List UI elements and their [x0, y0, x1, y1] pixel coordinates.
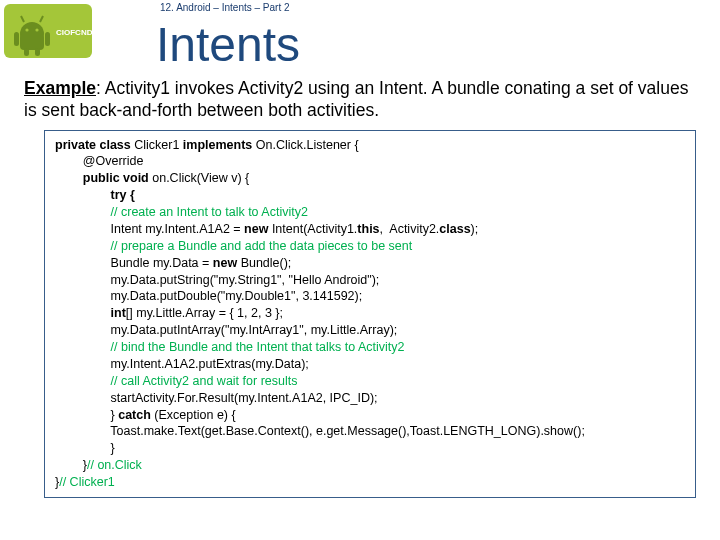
code-line: startActivity.For.Result(my.Intent.A1A2,…: [55, 390, 685, 407]
t: }: [55, 458, 87, 472]
t: );: [471, 222, 479, 236]
comment: // call Activity2 and wait for results: [55, 374, 297, 388]
example-label: Example: [24, 78, 96, 98]
title-area: 12. Android – Intents – Part 2 Intents: [96, 0, 720, 72]
code-line: @Override: [55, 153, 685, 170]
svg-point-9: [25, 28, 28, 31]
kw: new: [213, 256, 241, 270]
svg-rect-3: [14, 32, 19, 46]
svg-rect-2: [20, 34, 44, 50]
t: Clicker1: [134, 138, 183, 152]
android-logo: CIOFCND: [0, 0, 96, 62]
t: Toast.: [55, 424, 144, 438]
kw: int: [55, 306, 126, 320]
lesson-caption: 12. Android – Intents – Part 2: [156, 0, 720, 13]
code-line: }: [55, 440, 685, 457]
example-text: : Activity1 invokes Activity2 using an I…: [24, 78, 688, 120]
t: [] my.Little.Array = { 1, 2, 3 };: [126, 306, 283, 320]
t: LENGTH_LONG: [443, 424, 536, 438]
kw: catch: [118, 408, 154, 422]
t: , Activity2.: [380, 222, 440, 236]
kw: private class: [55, 138, 134, 152]
kw: public void: [55, 171, 152, 185]
kw: new: [244, 222, 272, 236]
code-line: my.Intent.A1A2.putExtras(my.Data);: [55, 356, 685, 373]
kw: implements: [183, 138, 256, 152]
kw: this: [357, 222, 379, 236]
comment: // prepare a Bundle and add the data pie…: [55, 239, 412, 253]
example-description: Example: Activity1 invokes Activity2 usi…: [0, 72, 720, 126]
comment: // bind the Bundle and the Intent that t…: [55, 340, 405, 354]
code-line: my.Data.putIntArray("my.IntArray1", my.L…: [55, 322, 685, 339]
comment: // create an Intent to talk to Activity2: [55, 205, 308, 219]
comment: // Clicker1: [59, 475, 115, 489]
page-title: Intents: [156, 19, 720, 72]
t: make.Text: [144, 424, 201, 438]
t: ).show();: [536, 424, 585, 438]
slide-header: CIOFCND 12. Android – Intents – Part 2 I…: [0, 0, 720, 72]
t: On.Click.Listener {: [256, 138, 359, 152]
t: (get.Base.Context(), e.get.Message(),Toa…: [201, 424, 443, 438]
svg-rect-4: [45, 32, 50, 46]
t: on.Click(View v) {: [152, 171, 249, 185]
t: Intent my.Intent.A1A2 =: [55, 222, 244, 236]
code-line: my.Data.putDouble("my.Double1", 3.141592…: [55, 288, 685, 305]
svg-rect-5: [24, 48, 29, 56]
svg-rect-6: [35, 48, 40, 56]
t: Bundle();: [241, 256, 292, 270]
code-listing: private class Clicker1 implements On.Cli…: [44, 130, 696, 498]
t: Bundle my.Data =: [55, 256, 213, 270]
svg-text:CIOFCND: CIOFCND: [56, 28, 92, 37]
t: }: [55, 408, 118, 422]
code-line: my.Data.putString("my.String1", "Hello A…: [55, 272, 685, 289]
comment: // on.Click: [87, 458, 142, 472]
t: Intent(Activity1.: [272, 222, 357, 236]
t: (Exception e) {: [154, 408, 235, 422]
kw: try {: [55, 188, 135, 202]
svg-point-10: [35, 28, 38, 31]
kw: class: [439, 222, 470, 236]
